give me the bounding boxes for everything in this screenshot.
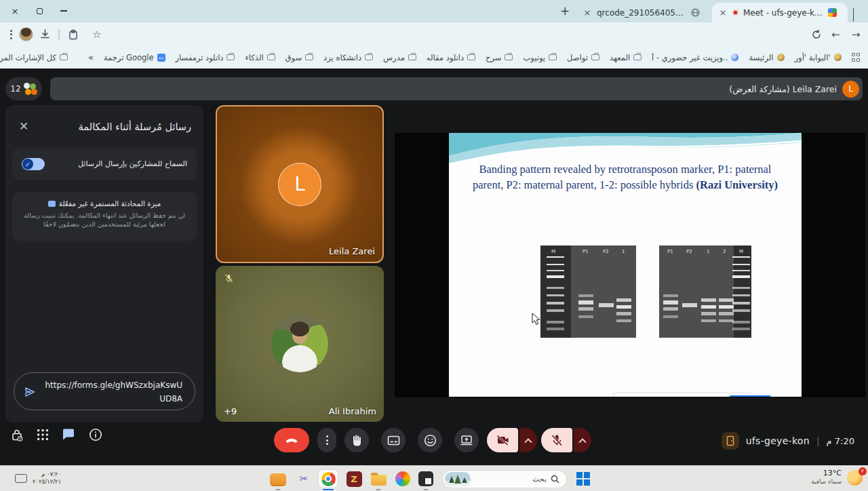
bookmark-item[interactable]: الرئيسة xyxy=(749,53,784,62)
tab-close-icon[interactable]: × xyxy=(718,7,728,18)
lane-label: M xyxy=(551,249,555,254)
present-screen-button[interactable] xyxy=(454,428,479,452)
windows-start-button[interactable] xyxy=(574,470,593,488)
bookmark-item[interactable]: البوابة 'أور' xyxy=(795,53,842,62)
lane-label: M xyxy=(739,249,743,254)
tab-meet-active[interactable]: × Meet - ufs-geye-kon xyxy=(712,3,848,22)
tab-close-icon[interactable]: × xyxy=(583,7,592,18)
message-input[interactable]: https://forms.gle/ghWSzxbjaKswUUD8A xyxy=(14,372,195,410)
chat-info-box: ميزة المحادثة المستمرة غير مفعّلة لن يتم… xyxy=(12,192,197,241)
extensions-icon[interactable] xyxy=(68,27,79,41)
toolbar-divider xyxy=(58,27,60,41)
bookmark-folder[interactable]: المعهد xyxy=(610,53,642,62)
host-controls-lock-icon[interactable] xyxy=(8,426,26,444)
mic-off-button[interactable] xyxy=(541,428,572,452)
captions-button[interactable] xyxy=(381,428,406,452)
activities-grid-icon[interactable] xyxy=(34,426,52,444)
windows-taskbar: ٠٧:٢٠ م ٢٠٢٥/١٢/٢١ ✂ Z بحث 13°C سماء صاف… xyxy=(0,465,868,491)
video-tile-leila-zarei[interactable]: L Leila Zarei xyxy=(216,105,384,263)
meeting-code: ufs-geye-kon xyxy=(746,435,810,446)
bookmark-folder[interactable]: سوق xyxy=(285,53,314,62)
leave-call-button[interactable] xyxy=(274,428,309,452)
new-tab-button[interactable]: + xyxy=(560,4,570,18)
taskbar-snipping-tool[interactable]: ✂ xyxy=(294,470,313,488)
window-restore-button[interactable] xyxy=(27,0,52,22)
send-message-icon[interactable] xyxy=(24,386,36,398)
allow-messages-toggle[interactable]: ✓ xyxy=(22,158,45,170)
taskbar-weather-widget[interactable]: 13°C سماء صافية ٣ xyxy=(811,469,863,486)
apps-grid-icon[interactable] xyxy=(852,53,861,62)
tab-title: Meet - ufs-geye-kon xyxy=(743,8,823,18)
profile-avatar[interactable] xyxy=(19,27,33,41)
taskbar-chrome-active[interactable] xyxy=(319,470,338,488)
participant-count-pill[interactable]: 12 xyxy=(5,77,42,100)
browser-toolbar: ☆ meet.google.com/ufs-geye-kon ← → xyxy=(0,22,868,46)
moon-weather-icon: ٣ xyxy=(847,470,863,486)
camera-off-icon xyxy=(495,433,510,448)
tab-app-icon xyxy=(828,8,837,17)
downloads-icon[interactable] xyxy=(39,27,51,41)
bookmark-folder[interactable]: دانشكاه يزد xyxy=(323,53,373,62)
info-icon[interactable] xyxy=(87,426,104,444)
raise-hand-icon xyxy=(351,434,363,446)
window-minimize-button[interactable] xyxy=(52,0,76,22)
touch-keyboard-icon[interactable] xyxy=(15,474,27,483)
reload-icon[interactable] xyxy=(811,27,822,41)
participant-count: 12 xyxy=(10,84,20,94)
bookmark-folder[interactable]: سرح xyxy=(486,53,513,62)
avatar: L xyxy=(278,163,321,206)
minimize-icon xyxy=(60,10,67,12)
close-icon[interactable]: ✕ xyxy=(16,119,31,134)
taskbar-app-z[interactable]: Z xyxy=(344,470,363,488)
taskbar-file-explorer[interactable] xyxy=(369,470,388,488)
bookmarks-overflow-chevron[interactable]: « xyxy=(88,52,94,62)
captions-cc-icon xyxy=(387,434,400,447)
chat-icon-active[interactable] xyxy=(60,426,77,444)
google-translate-icon: ت xyxy=(157,54,165,62)
bookmark-item[interactable]: ويزيت غير حضوري - آ.. xyxy=(652,53,738,62)
call-end-icon xyxy=(283,432,300,448)
forward-arrow-icon[interactable]: → xyxy=(852,27,861,41)
back-arrow-icon[interactable]: ← xyxy=(831,27,840,41)
folder-icon xyxy=(633,54,642,60)
participant-name: Leila Zarei xyxy=(329,246,375,256)
stop-sharing-button[interactable]: Stop sharing xyxy=(729,395,770,397)
all-bookmarks-button[interactable]: كل الإشارات المرجعية xyxy=(0,53,68,62)
bookmark-item[interactable]: تترجمة Google xyxy=(104,53,165,62)
browser-menu-icon[interactable] xyxy=(5,27,16,41)
bookmark-folder[interactable]: الذكاء xyxy=(245,53,275,62)
taskbar-app-dark[interactable] xyxy=(416,470,435,488)
meeting-room-door-icon xyxy=(722,432,739,450)
bookmark-folder[interactable]: دانلود مقاله xyxy=(427,53,475,62)
raise-hand-button[interactable] xyxy=(344,428,369,452)
taskbar-copilot[interactable] xyxy=(393,470,412,488)
taskbar-search[interactable]: بحث xyxy=(442,470,567,488)
lane-label: P1 xyxy=(583,249,589,254)
camera-off-button[interactable] xyxy=(487,428,518,452)
more-options-button[interactable] xyxy=(317,428,336,452)
bookmark-folder[interactable]: مدرس xyxy=(383,53,416,62)
allow-messages-row: السماح للمشاركين بإرسال الرسائل ✓ xyxy=(12,149,197,180)
bookmark-folder[interactable]: تواصل xyxy=(567,53,599,62)
mic-options-chevron[interactable] xyxy=(574,428,591,452)
folder-icon xyxy=(408,54,416,60)
tab-list-chevron-icon[interactable] xyxy=(853,8,854,21)
tab-qrcode[interactable]: × qrcode_291056405_e5f5a8bcb xyxy=(576,3,709,22)
video-tile-ali-ibrahim[interactable]: Ali Ibrahim +9 xyxy=(216,266,384,422)
taskbar-clock[interactable]: ٠٧:٢٠ م ٢٠٢٥/١٢/٢١ xyxy=(33,471,61,486)
taskbar-app-orange[interactable] xyxy=(269,470,288,488)
folder-icon xyxy=(467,54,475,60)
chat-bubble-icon xyxy=(48,201,56,207)
window-close-button[interactable]: × xyxy=(3,0,27,22)
bookmark-folder[interactable]: دانلود ترمفسار xyxy=(176,53,235,62)
camera-options-chevron[interactable] xyxy=(519,428,537,452)
bookmark-folder[interactable]: يونيوب xyxy=(523,53,557,62)
folder-icon xyxy=(60,54,68,60)
mic-muted-icon xyxy=(224,273,234,283)
presenting-banner[interactable]: L Leila Zarei (مشاركة العرض) xyxy=(50,77,863,100)
bookmark-star-icon[interactable]: ☆ xyxy=(92,27,101,41)
chat-info-title: ميزة المحادثة المستمرة غير مفعّلة xyxy=(59,199,161,208)
emoji-reactions-button[interactable] xyxy=(418,428,442,452)
message-draft-text[interactable]: https://forms.gle/ghWSzxbjaKswUUD8A xyxy=(44,378,182,406)
meet-app: 12 L Leila Zarei (مشاركة العرض) رسائل مُ… xyxy=(0,68,868,465)
